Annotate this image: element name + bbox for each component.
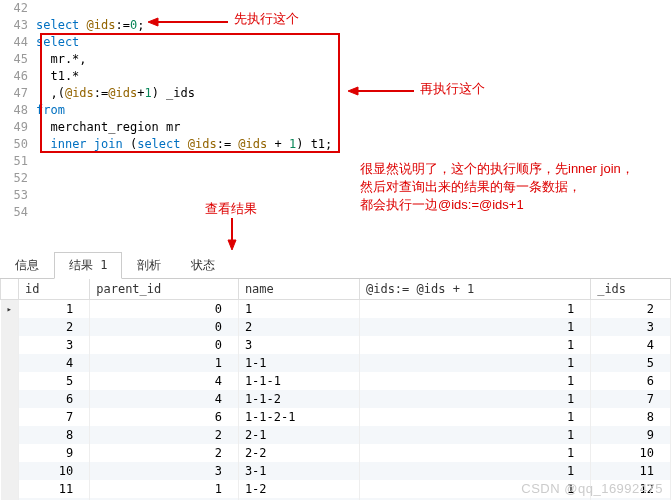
- cell[interactable]: 4: [18, 354, 89, 372]
- table-row[interactable]: 922-2110: [1, 444, 671, 462]
- cell[interactable]: 4: [90, 372, 239, 390]
- line-number: 46: [0, 68, 28, 85]
- cell[interactable]: 2-2: [238, 444, 359, 462]
- column-header[interactable]: parent_id: [90, 279, 239, 300]
- cell[interactable]: 9: [591, 426, 671, 444]
- code-line[interactable]: ,(@ids:=@ids+1) _ids: [36, 85, 332, 102]
- code-line[interactable]: [36, 153, 332, 170]
- cell[interactable]: 1: [359, 354, 590, 372]
- table-row[interactable]: 20213: [1, 318, 671, 336]
- cell[interactable]: 6: [90, 408, 239, 426]
- line-gutter: 42434445464748495051525354: [0, 0, 36, 221]
- table-row[interactable]: 761-1-2-118: [1, 408, 671, 426]
- cell[interactable]: 8: [591, 408, 671, 426]
- row-selector[interactable]: [1, 408, 19, 426]
- table-row[interactable]: 641-1-217: [1, 390, 671, 408]
- watermark: CSDN @qq_16992475: [521, 481, 663, 496]
- code-line[interactable]: select: [36, 34, 332, 51]
- annotation-first: 先执行这个: [234, 10, 299, 28]
- column-header[interactable]: _ids: [591, 279, 671, 300]
- cell[interactable]: 1-1-2: [238, 390, 359, 408]
- row-selector[interactable]: [1, 354, 19, 372]
- cell[interactable]: 1-1-1: [238, 372, 359, 390]
- cell[interactable]: 10: [18, 462, 89, 480]
- table-row[interactable]: 30314: [1, 336, 671, 354]
- cell[interactable]: 3: [90, 462, 239, 480]
- cell[interactable]: 1: [359, 444, 590, 462]
- row-selector[interactable]: [1, 444, 19, 462]
- cell[interactable]: 1: [238, 300, 359, 319]
- column-header[interactable]: name: [238, 279, 359, 300]
- row-selector[interactable]: [1, 300, 19, 319]
- code-line[interactable]: [36, 187, 332, 204]
- table-row[interactable]: 541-1-116: [1, 372, 671, 390]
- tab-剖析[interactable]: 剖析: [122, 252, 176, 279]
- cell[interactable]: 5: [591, 354, 671, 372]
- cell[interactable]: 1: [359, 372, 590, 390]
- column-header[interactable]: @ids:= @ids + 1: [359, 279, 590, 300]
- table-row[interactable]: 411-115: [1, 354, 671, 372]
- cell[interactable]: 1: [18, 300, 89, 319]
- row-selector[interactable]: [1, 336, 19, 354]
- row-selector[interactable]: [1, 462, 19, 480]
- cell[interactable]: 1-1: [238, 354, 359, 372]
- cell[interactable]: 2: [90, 426, 239, 444]
- cell[interactable]: 0: [90, 300, 239, 319]
- cell[interactable]: 0: [90, 318, 239, 336]
- cell[interactable]: 1: [359, 462, 590, 480]
- row-selector[interactable]: [1, 480, 19, 498]
- cell[interactable]: 1-2: [238, 480, 359, 498]
- cell[interactable]: 1: [359, 426, 590, 444]
- cell[interactable]: 2-1: [238, 426, 359, 444]
- cell[interactable]: 1: [90, 354, 239, 372]
- cell[interactable]: 10: [591, 444, 671, 462]
- code-line[interactable]: [36, 204, 332, 221]
- cell[interactable]: 11: [18, 480, 89, 498]
- tab-结果 1[interactable]: 结果 1: [54, 252, 122, 279]
- cell[interactable]: 3: [18, 336, 89, 354]
- cell[interactable]: 1: [359, 390, 590, 408]
- cell[interactable]: 1: [90, 480, 239, 498]
- cell[interactable]: 1: [359, 318, 590, 336]
- code-line[interactable]: t1.*: [36, 68, 332, 85]
- row-selector[interactable]: [1, 372, 19, 390]
- table-row[interactable]: 10112: [1, 300, 671, 319]
- code-line[interactable]: merchant_region mr: [36, 119, 332, 136]
- cell[interactable]: 7: [18, 408, 89, 426]
- cell[interactable]: 2: [90, 444, 239, 462]
- cell[interactable]: 4: [90, 390, 239, 408]
- cell[interactable]: 1: [359, 408, 590, 426]
- cell[interactable]: 5: [18, 372, 89, 390]
- tab-信息[interactable]: 信息: [0, 252, 54, 279]
- cell[interactable]: 6: [18, 390, 89, 408]
- cell[interactable]: 1-1-2-1: [238, 408, 359, 426]
- code-line[interactable]: inner join (select @ids:= @ids + 1) t1;: [36, 136, 332, 153]
- cell[interactable]: 2: [18, 318, 89, 336]
- code-line[interactable]: mr.*,: [36, 51, 332, 68]
- cell[interactable]: 3: [238, 336, 359, 354]
- cell[interactable]: 4: [591, 336, 671, 354]
- cell[interactable]: 2: [591, 300, 671, 319]
- cell[interactable]: 6: [591, 372, 671, 390]
- tab-状态[interactable]: 状态: [176, 252, 230, 279]
- cell[interactable]: 1: [359, 300, 590, 319]
- code-area[interactable]: select @ids:=0;select mr.*, t1.* ,(@ids:…: [36, 0, 332, 221]
- code-line[interactable]: from: [36, 102, 332, 119]
- table-row[interactable]: 1033-1111: [1, 462, 671, 480]
- code-line[interactable]: [36, 170, 332, 187]
- cell[interactable]: 8: [18, 426, 89, 444]
- table-row[interactable]: 822-119: [1, 426, 671, 444]
- cell[interactable]: 3: [591, 318, 671, 336]
- row-selector[interactable]: [1, 390, 19, 408]
- cell[interactable]: 2: [238, 318, 359, 336]
- cell[interactable]: 9: [18, 444, 89, 462]
- row-selector[interactable]: [1, 318, 19, 336]
- cell[interactable]: 1: [359, 336, 590, 354]
- cell[interactable]: 7: [591, 390, 671, 408]
- cell[interactable]: 11: [591, 462, 671, 480]
- cell[interactable]: 3-1: [238, 462, 359, 480]
- column-header[interactable]: id: [18, 279, 89, 300]
- cell[interactable]: 0: [90, 336, 239, 354]
- row-selector[interactable]: [1, 426, 19, 444]
- result-grid[interactable]: idparent_idname@ids:= @ids + 1_ids 10112…: [0, 279, 671, 500]
